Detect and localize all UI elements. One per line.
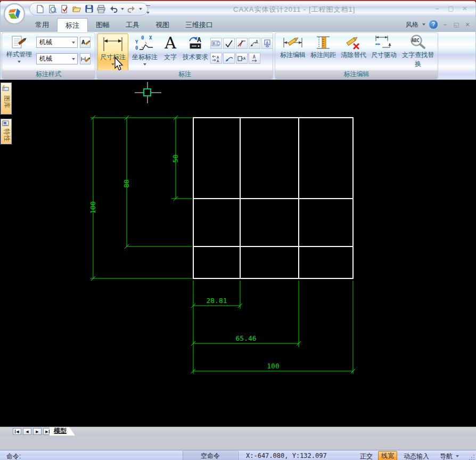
customize-quick-access-icon[interactable]	[145, 5, 151, 16]
hole-annotation-icon[interactable]: A	[236, 53, 248, 64]
coordinate-annotate-button[interactable]: 0 X Y 0 坐标标注	[130, 34, 160, 65]
prev-sheet-icon[interactable]: ◀	[23, 428, 31, 435]
tech-requirements-icon: A	[186, 35, 204, 53]
style-manage-dropdown-icon	[18, 61, 21, 63]
tab-annotation[interactable]: 标注	[57, 18, 88, 32]
style-menu-dropdown-icon[interactable]	[422, 23, 425, 26]
app-logo[interactable]	[3, 3, 26, 25]
line-width-toggle[interactable]: 线宽	[378, 451, 397, 460]
text-style-edit-icon[interactable]: A	[80, 37, 91, 48]
dimension-label: 28.81	[206, 297, 227, 305]
leader-arrow-icon[interactable]	[223, 53, 235, 64]
text-align-swap-icon[interactable]: AA	[210, 53, 222, 64]
minimize-button[interactable]: –	[433, 4, 441, 13]
document-import-icon[interactable]	[60, 4, 69, 14]
dimension-label: 65.46	[235, 334, 256, 342]
group-label[interactable]: 标注编辑	[275, 70, 438, 79]
next-sheet-icon[interactable]: ▶	[33, 428, 42, 435]
tab-tools[interactable]: 工具	[118, 18, 147, 32]
dimension-label: 80	[122, 179, 130, 188]
combo-dropdown-icon[interactable]	[72, 58, 75, 60]
resize-grip[interactable]	[468, 454, 474, 460]
dimension-label: 100	[89, 201, 97, 213]
navigation-dropdown-icon[interactable]	[456, 455, 459, 457]
combo-dropdown-icon[interactable]	[72, 42, 75, 44]
sidebar-tab-library[interactable]: T 图库	[1, 83, 12, 114]
document-preview-icon[interactable]	[47, 4, 57, 14]
dim-style-edit-icon[interactable]	[80, 53, 91, 64]
curvature-radius-icon[interactable]: 8.1	[210, 38, 222, 49]
sheet-tab-bar: ◀ ◀ ▶ ▶ 模型	[0, 426, 476, 436]
help-icon[interactable]: ?	[429, 20, 438, 29]
text-icon: A	[165, 34, 176, 53]
status-bar: 命令: 空命令 X:-647.080, Y:132.097 正交 线宽 动态输入…	[0, 450, 476, 460]
svg-text:A: A	[197, 36, 201, 44]
window-title: CAXA实体设计2011 - [工程图文档1]	[233, 5, 355, 14]
svg-text:A: A	[81, 39, 85, 46]
leader-note-icon[interactable]: A	[249, 38, 260, 49]
tab-view[interactable]: 视图	[147, 18, 177, 32]
first-sheet-icon[interactable]: ◀	[13, 428, 21, 435]
navigation-toggle[interactable]: 导航	[440, 452, 453, 460]
close-button[interactable]: ✕	[461, 4, 469, 13]
drawing-canvas[interactable]: 100 80 50 28.81 65.46 100 T 图库 特性	[0, 80, 476, 426]
drawing-svg: 100 80 50 28.81 65.46 100	[0, 80, 476, 426]
tab-common[interactable]: 常用	[27, 18, 57, 32]
text-find-replace-button[interactable]: ABC 文字查找替换	[399, 35, 437, 69]
datum-symbol-icon[interactable]: A	[261, 38, 273, 49]
save-icon[interactable]	[84, 4, 94, 14]
svg-text:ABC: ABC	[412, 38, 420, 43]
dimension-lines	[91, 116, 355, 374]
command-state: 空命令	[183, 450, 237, 460]
model-sheet-tab[interactable]: 模型	[50, 427, 75, 436]
dimension-icon	[101, 36, 125, 53]
svg-text:A: A	[256, 40, 258, 45]
application-window: CAXA实体设计2011 - [工程图文档1] – ▢ ✕ 常用 标注 图幅 工…	[0, 0, 476, 460]
open-folder-icon[interactable]	[72, 4, 81, 14]
find-replace-icon: ABC	[407, 35, 429, 51]
sidebar-tab-properties[interactable]: 特性	[1, 119, 12, 144]
mouse-cursor	[114, 57, 125, 73]
tab-3d-interface[interactable]: 三维接口	[177, 18, 221, 32]
text-button[interactable]: A 文字	[160, 34, 180, 62]
undo-dropdown-icon[interactable]	[121, 8, 124, 10]
text-style-combo[interactable]: 机械	[36, 37, 78, 48]
roughness-check-icon[interactable]	[223, 38, 235, 49]
dynamic-input-toggle[interactable]: 动态输入	[404, 452, 429, 460]
maximize-button[interactable]: ▢	[447, 4, 455, 13]
command-prompt-label: 命令:	[6, 452, 21, 460]
redo-icon[interactable]	[127, 4, 136, 14]
print-icon[interactable]	[96, 4, 106, 14]
properties-icon	[2, 120, 10, 127]
doc-restore-button[interactable]: ◱	[453, 21, 460, 28]
dimension-label: 100	[267, 362, 279, 370]
doc-close-button[interactable]: ✕	[464, 21, 471, 28]
style-menu-button[interactable]: 风格	[406, 20, 418, 29]
coordinate-readout: X:-647.080, Y:132.097	[246, 452, 327, 459]
annotation-edit-button[interactable]: 标注编辑	[278, 35, 308, 60]
title-bar: CAXA实体设计2011 - [工程图文档1] – ▢ ✕	[0, 1, 476, 17]
group-label[interactable]: 标注样式	[2, 70, 95, 79]
ribbon: 样式管理 机械 A 机械 标注样式	[0, 32, 476, 80]
ribbon-tab-bar: 常用 标注 图幅 工具 视图 三维接口 风格 ? – ◱ ✕	[0, 17, 476, 32]
undo-icon[interactable]	[109, 4, 118, 14]
command-strip	[0, 436, 476, 450]
new-document-icon[interactable]	[35, 4, 45, 14]
annotation-spacing-button[interactable]: 标注间距	[309, 35, 338, 60]
dimension-label: 50	[171, 154, 179, 163]
chamfer-dim-icon[interactable]	[236, 38, 248, 49]
style-manage-button[interactable]: 样式管理	[4, 34, 34, 63]
tab-sheet[interactable]: 图幅	[88, 18, 118, 32]
dimension-drive-button[interactable]: 尺寸驱动	[370, 35, 398, 60]
doc-minimize-button[interactable]: –	[441, 21, 449, 28]
redo-dropdown-icon[interactable]	[139, 8, 142, 10]
dim-style-combo[interactable]: 机械	[36, 53, 78, 64]
text-direction-icon[interactable]: A	[249, 53, 260, 64]
style-manage-icon	[11, 34, 27, 50]
svg-text:X: X	[149, 35, 152, 40]
ortho-toggle[interactable]: 正交	[360, 452, 373, 460]
coordinate-dropdown-icon	[143, 63, 146, 65]
library-icon: T	[2, 84, 10, 92]
clear-override-button[interactable]: 清除替代	[339, 35, 368, 60]
tech-requirements-button[interactable]: A 技术要求	[180, 34, 210, 62]
